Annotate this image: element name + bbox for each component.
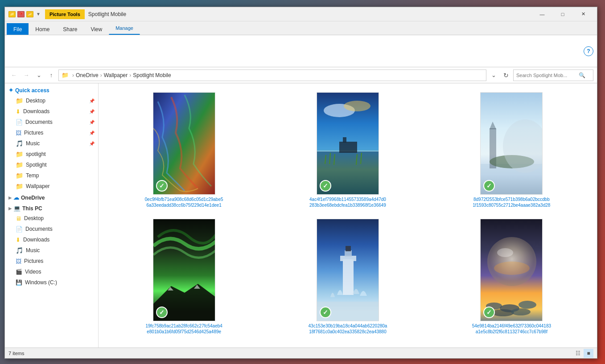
check-badge-5: ✓	[320, 307, 331, 318]
help-button[interactable]: ?	[584, 46, 593, 56]
tab-share[interactable]: Share	[56, 23, 84, 35]
svg-rect-27	[346, 246, 351, 251]
ribbon-tabs: File Home Share View Manage	[5, 21, 597, 35]
check-badge-4: ✓	[156, 307, 168, 318]
file-item-2[interactable]: ✓ 4ac4f1ef79968b11455733589a4d47d0 283b3…	[269, 90, 426, 210]
main-area: ✦ Quick access 📁 Desktop 📌 ⬇ Downloads 📌…	[5, 83, 597, 348]
thumb-svg-5	[317, 219, 379, 321]
sidebar-item-label: Documents	[25, 226, 53, 232]
sidebar-item-temp[interactable]: 📁 Temp	[5, 170, 98, 181]
star-icon: ✦	[8, 87, 13, 94]
quick-access-label: Quick access	[15, 87, 49, 94]
thumb-svg-3	[481, 93, 543, 195]
path-wallpaper[interactable]: Wallpaper	[104, 72, 128, 78]
address-bar: ← → ⌄ ↑ 📁 › OneDrive › Wallpaper › Spotl…	[5, 67, 597, 83]
tab-picture-tools[interactable]: Manage	[109, 21, 140, 35]
downloads-icon: ⬇	[16, 237, 21, 243]
sidebar-item-label: Spotlight	[26, 162, 47, 168]
status-bar: 7 items ☷ ■	[5, 348, 597, 358]
onedrive-label: OneDrive	[21, 195, 45, 201]
sidebar-item-label: Downloads	[23, 108, 49, 115]
quick-access-header[interactable]: ✦ Quick access	[5, 85, 98, 95]
tab-view[interactable]: View	[84, 23, 109, 35]
sidebar-item-label: Desktop	[26, 98, 45, 104]
sidebar-item-documents-pc[interactable]: 📄 Documents	[5, 224, 98, 234]
sidebar-item-label: Documents	[25, 119, 53, 125]
path-current[interactable]: Spotlight Mobile	[133, 72, 171, 78]
sidebar-item-spotlight-cap[interactable]: 📁 Spotlight	[5, 160, 98, 170]
desktop-icon: 🖥	[16, 215, 21, 222]
back-button[interactable]: ←	[8, 70, 19, 81]
file-name-1: 0ec9f4bfb71ea908c68d6c05d1c29abe5 6a33ee…	[145, 196, 223, 208]
sidebar-item-documents[interactable]: 📄 Documents 📌	[5, 117, 98, 127]
sidebar-item-videos-pc[interactable]: 🎬 Videos	[5, 266, 98, 277]
folder-icon: 📁	[16, 183, 23, 190]
pin-icon: 📌	[89, 141, 95, 146]
file-thumbnail-3: ✓	[480, 92, 543, 195]
file-thumbnail-1: ✓	[153, 92, 215, 195]
path-sep-2: ›	[100, 72, 102, 78]
pin-icon: 📌	[89, 120, 95, 125]
forward-button[interactable]: →	[21, 70, 32, 81]
recent-locations-button[interactable]: ⌄	[33, 70, 44, 81]
search-box[interactable]: 🔍	[513, 70, 593, 81]
details-view-button[interactable]: ☷	[573, 349, 583, 358]
sidebar-item-downloads-qa[interactable]: ⬇ Downloads 📌	[5, 106, 98, 117]
doc-icon: 📄	[16, 226, 23, 233]
maximize-button[interactable]: □	[552, 7, 573, 21]
path-home-icon: 📁	[62, 72, 69, 78]
file-item-4[interactable]: ✓ 19fc758b9ac21ab28fc662c27fc54aeb4 e801…	[106, 217, 262, 336]
close-button[interactable]: ✕	[573, 7, 593, 21]
file-item-3[interactable]: ✓ 8d972f2553bfce571b398b6a02bccdbb 1f159…	[433, 90, 590, 210]
sidebar-item-wallpaper[interactable]: 📁 Wallpaper	[5, 181, 98, 192]
path-onedrive[interactable]: OneDrive	[76, 72, 99, 78]
svg-rect-26	[345, 250, 352, 257]
address-bar-dropdown[interactable]: ⌄	[488, 70, 499, 81]
sidebar-item-label: Music	[26, 140, 40, 147]
item-count: 7 items	[8, 351, 24, 356]
minimize-button[interactable]: —	[532, 7, 552, 21]
videos-icon: 🎬	[16, 269, 22, 275]
sidebar-item-spotlight[interactable]: 📁 spotlight	[5, 149, 98, 160]
folder-icon: 📁	[16, 97, 23, 104]
sidebar-item-label: spotlight	[26, 151, 46, 157]
tab-home[interactable]: Home	[29, 23, 56, 35]
sidebar-item-desktop[interactable]: 📁 Desktop 📌	[5, 95, 98, 106]
sidebar-item-downloads-pc[interactable]: ⬇ Downloads	[5, 234, 98, 245]
chevron-icon: ▶	[8, 206, 12, 211]
thumb-svg-6	[481, 219, 543, 321]
titlebar-icons: 📁 📌 📂 ▼	[8, 11, 41, 17]
onedrive-header[interactable]: ▶ ☁ OneDrive	[5, 192, 98, 202]
sidebar-item-music[interactable]: 🎵 Music 📌	[5, 138, 98, 149]
sidebar-item-label: Temp	[26, 172, 39, 179]
chevron-icon: ▶	[8, 196, 12, 200]
sidebar-item-label: Pictures	[24, 258, 43, 264]
pin-icon: 📌	[89, 98, 95, 103]
file-item-5[interactable]: ✓ 43c153e30b19ba18c4a044ab6220280a 18f76…	[269, 217, 426, 336]
sidebar-item-label: Pictures	[24, 130, 43, 136]
svg-point-32	[494, 262, 530, 275]
sidebar-item-pictures[interactable]: 🖼 Pictures 📌	[5, 127, 98, 138]
drive-icon: 💾	[16, 279, 22, 286]
sidebar-item-pictures-pc[interactable]: 🖼 Pictures	[5, 256, 98, 266]
file-name-6: 54e9814ba2146f49e632f73360c044183 a1e5c8…	[472, 323, 551, 335]
search-input[interactable]	[516, 73, 579, 78]
sidebar-item-desktop-pc[interactable]: 🖥 Desktop	[5, 213, 98, 224]
tab-file[interactable]: File	[7, 23, 29, 35]
thumb-svg-1	[153, 93, 215, 195]
sidebar-item-windows-c[interactable]: 💾 Windows (C:)	[5, 277, 98, 288]
ribbon-content: ?	[5, 35, 597, 67]
file-item-1[interactable]: ✓ 0ec9f4bfb71ea908c68d6c05d1c29abe5 6a33…	[106, 90, 262, 210]
file-item-6[interactable]: ✓ 54e9814ba2146f49e632f73360c044183 a1e5…	[433, 217, 590, 336]
large-icons-view-button[interactable]: ■	[584, 349, 593, 358]
sidebar-item-music-pc[interactable]: 🎵 Music	[5, 245, 98, 256]
address-path[interactable]: 📁 › OneDrive › Wallpaper › Spotlight Mob…	[58, 70, 486, 81]
pc-icon: 💻	[13, 205, 21, 212]
arrow-icon: ▼	[36, 12, 41, 16]
sidebar-item-label: Wallpaper	[26, 183, 50, 189]
sidebar-item-label: Videos	[25, 269, 41, 275]
refresh-button[interactable]: ↻	[501, 70, 511, 81]
up-button[interactable]: ↑	[46, 70, 57, 81]
this-pc-header[interactable]: ▶ 💻 This PC	[5, 202, 98, 213]
window-title: Spotlight Mobile	[88, 11, 532, 17]
